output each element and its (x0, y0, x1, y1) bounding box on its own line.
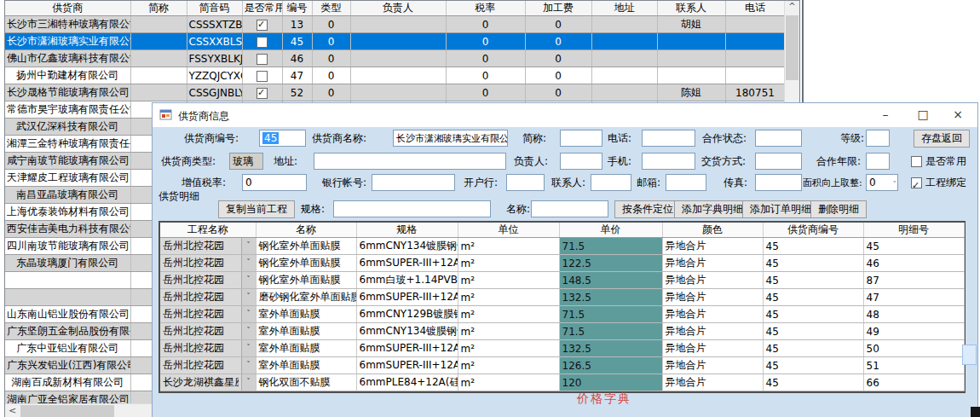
horizontal-scroll-thumb[interactable] (20, 405, 114, 417)
detail-row[interactable]: 长沙龙湖祺鑫星座˅ 钢化双面不贴膜 6mmPLE84+12A(硅酮胶... m²… (160, 374, 964, 391)
coop-years-input[interactable] (866, 153, 890, 170)
add-order-detail-button[interactable]: 添加订单明细 (742, 200, 819, 218)
detail-row[interactable]: 岳州北控花园˅ 钢化室外单面贴膜 6mm白玻+1.14PVB+6mm... m²… (160, 272, 964, 289)
manager-input[interactable] (560, 153, 602, 170)
column-header[interactable]: 供货商编号 (763, 223, 863, 238)
detail-row[interactable]: 岳州北控花园˅ 室外单面贴膜 6mmSUPER-III+12A(硅... m² … (160, 357, 964, 374)
common-checkbox[interactable] (257, 20, 268, 31)
table-row[interactable]: 佛山市亿鑫玻璃科技有限公司 FSSYXBLKJ.. 46 0 0 0 (5, 50, 785, 67)
cell-project-combobox[interactable]: 岳州北控花园˅ (160, 357, 256, 374)
table-row[interactable]: 长沙市潇湘玻璃实业有限公司 CSSXXBLSY.. 45 0 0 0 (5, 33, 785, 50)
close-button[interactable]: × (941, 103, 975, 127)
column-header[interactable]: 电话 (725, 1, 785, 16)
column-header[interactable]: 类型 (312, 1, 350, 16)
column-header[interactable]: 单位 (458, 223, 559, 238)
minimize-button[interactable]: – (868, 103, 902, 127)
column-header[interactable]: 规格 (356, 223, 458, 238)
cell-project-combobox[interactable]: 长沙龙湖祺鑫星座˅ (160, 374, 256, 391)
project-bind-checkbox[interactable] (911, 177, 922, 188)
cell-project-combobox[interactable]: 岳州北控花园˅ (160, 289, 256, 306)
column-header[interactable]: 地址 (591, 1, 657, 16)
cell-supplier-no: 45 (763, 323, 863, 340)
chevron-down-icon[interactable]: ˅ (241, 323, 256, 339)
column-header[interactable]: 简称 (130, 1, 187, 16)
is-common-checkbox[interactable] (911, 156, 922, 167)
maximize-button[interactable]: □ (906, 103, 940, 127)
column-header[interactable]: 明细号 (863, 223, 964, 238)
contact-input[interactable] (591, 174, 631, 191)
spec-filter-input[interactable] (333, 200, 491, 217)
cell-project-combobox[interactable]: 岳州北控花园˅ (160, 238, 256, 255)
dialog-titlebar[interactable]: 供货商信息 – □ × (153, 103, 977, 127)
copy-current-project-button[interactable]: 复制当前工程 (218, 200, 295, 218)
phone-input[interactable] (642, 130, 695, 147)
locate-by-condition-button[interactable]: 按条件定位 (614, 200, 681, 218)
chevron-down-icon[interactable]: ˅ (241, 374, 256, 391)
grade-input[interactable] (866, 130, 890, 147)
bank-account-input[interactable] (372, 174, 455, 191)
cell-project-combobox[interactable]: 岳州北控花园˅ (160, 255, 256, 272)
column-header[interactable]: 编号 (282, 1, 312, 16)
column-header[interactable]: 税率 (446, 1, 525, 16)
vertical-scroll-thumb[interactable] (786, 15, 798, 80)
detail-row[interactable]: 岳州北控花园˅ 磨砂钢化室外单面贴膜 6mmSUPER-III+12A(硅...… (160, 289, 964, 306)
column-header[interactable]: 单价 (559, 223, 662, 238)
common-checkbox[interactable] (257, 37, 268, 48)
column-header[interactable]: 名称 (256, 223, 356, 238)
supplier-no-input[interactable]: 45 (259, 130, 306, 147)
email-input[interactable] (666, 174, 706, 191)
table-row[interactable]: 长沙市三湘特种玻璃有限公司 CSSSXTZBL.. 13 0 0 0 胡姐 (5, 16, 785, 33)
chevron-down-icon[interactable]: ˅ (241, 357, 256, 374)
detail-row[interactable]: 岳州北控花园˅ 钢化室外单面贴膜 6mmSUPER-III+12A(硅... m… (160, 255, 964, 272)
column-header[interactable]: 供货商 (5, 1, 130, 16)
detail-row[interactable]: 岳州北控花园˅ 室外单面贴膜 6mmCNY134镀膜钢化 m² 71.5 异地合… (160, 323, 964, 340)
chevron-down-icon[interactable]: ˅ (241, 272, 256, 288)
cell-project-combobox[interactable]: 岳州北控花园˅ (160, 272, 256, 289)
supplier-info-dialog: 供货商信息 – □ × 供货商编号: 45 供货商名称: 长沙市潇湘玻璃实业有限… (152, 102, 978, 417)
common-checkbox[interactable] (257, 88, 268, 99)
name-filter-input[interactable] (531, 200, 608, 217)
detail-row[interactable]: 岳州北控花园˅ 室外单面贴膜 6mmSUPER-III+12A(硅... m² … (160, 340, 964, 357)
area-round-up-combobox[interactable]: 0˅ (866, 174, 898, 191)
save-return-button[interactable]: 存盘返回 (914, 130, 970, 148)
column-header[interactable]: 工程名称 (160, 223, 256, 238)
table-row[interactable]: 扬州中勤建材有限公司 YZZQJCYXGS 47 0 0 0 (5, 67, 785, 84)
cell-project-combobox[interactable]: 岳州北控花园˅ (160, 340, 256, 357)
chevron-down-icon[interactable]: ˅ (241, 238, 256, 254)
chevron-down-icon[interactable]: ˅ (241, 306, 256, 322)
coop-status-input[interactable] (755, 130, 802, 147)
abbr-input[interactable] (560, 130, 602, 147)
supplier-name-input[interactable]: 长沙市潇湘玻璃实业有限公司 (393, 130, 508, 147)
chevron-down-icon[interactable]: ˅ (241, 255, 256, 271)
scroll-up-icon[interactable]: ^ (785, 1, 799, 14)
detail-row[interactable]: 岳州北控花园˅ 钢化室外单面贴膜 6mmCNY134镀膜钢化 m² 71.5 异… (160, 238, 964, 255)
scroll-left-icon[interactable]: < (5, 404, 20, 417)
fax-input[interactable] (755, 174, 802, 191)
is-common-checkbox-row[interactable]: 是否常用 (911, 153, 966, 171)
chevron-down-icon[interactable]: ˅ (893, 177, 897, 192)
column-header[interactable]: 颜色 (662, 223, 763, 238)
add-dictionary-detail-button[interactable]: 添加字典明细 (674, 200, 751, 218)
cell-project-combobox[interactable]: 岳州北控花园˅ (160, 323, 256, 340)
column-header[interactable]: 是否常用 (242, 1, 282, 16)
cell-project-combobox[interactable]: 岳州北控花园˅ (160, 306, 256, 323)
column-header[interactable]: 简音码 (187, 1, 242, 16)
common-checkbox[interactable] (257, 71, 268, 82)
dialog-scroll-thumb[interactable] (962, 345, 977, 365)
column-header[interactable]: 加工费 (525, 1, 591, 16)
mobile-input[interactable] (642, 153, 695, 170)
common-checkbox[interactable] (257, 54, 268, 65)
chevron-down-icon[interactable]: ˅ (241, 289, 256, 305)
vat-rate-input[interactable]: 0 (242, 174, 307, 191)
project-bind-checkbox-row[interactable]: 工程绑定 (911, 174, 966, 192)
detail-row[interactable]: 岳州北控花园˅ 室外单面贴膜 6mmCNY129B镀膜钢化 m² 71.5 异地… (160, 306, 964, 323)
delivery-input[interactable] (755, 153, 802, 170)
bank-branch-input[interactable] (506, 174, 545, 191)
column-header[interactable]: 联系人 (657, 1, 725, 16)
delete-detail-button[interactable]: 删除明细 (810, 200, 867, 218)
column-header[interactable]: 负责人 (350, 1, 446, 16)
table-row[interactable]: 长沙晟格节能玻璃有限公司 CSSGJNBLYXGS 52 0 0 0 陈姐 18… (5, 84, 785, 101)
chevron-down-icon[interactable]: ˅ (241, 340, 256, 356)
supplier-type-input[interactable]: 玻璃 (229, 153, 263, 170)
address-input[interactable] (314, 153, 506, 170)
